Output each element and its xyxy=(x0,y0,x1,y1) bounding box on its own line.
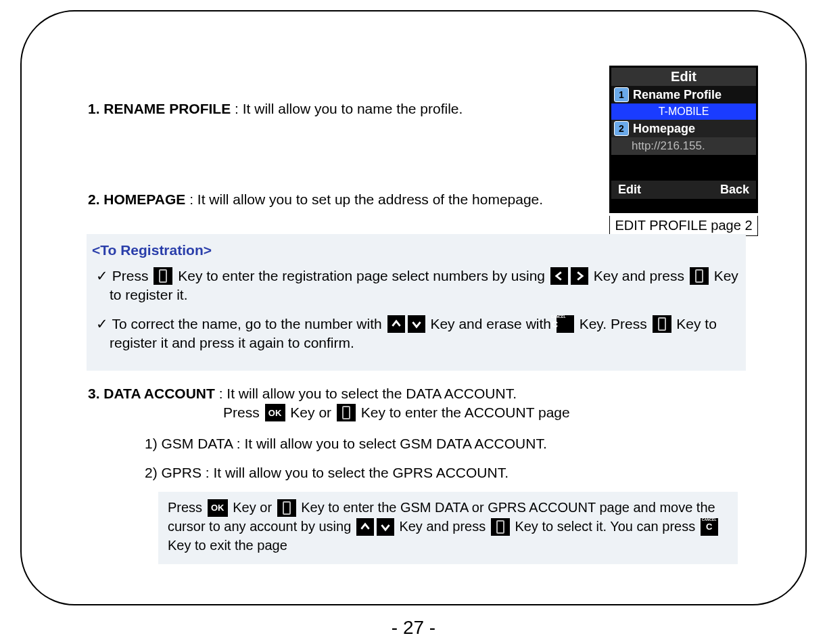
registration-box: <To Registration> Press Key to enter the… xyxy=(87,234,746,371)
up-arrow-key-icon xyxy=(387,315,405,333)
s3-sub-b: Key or xyxy=(290,405,335,420)
right-arrow-key-icon xyxy=(571,267,588,285)
reg1-text-c: Key and press xyxy=(594,268,684,283)
reg1-text-a: Press xyxy=(112,268,149,283)
registration-step-1: Press Key to enter the registration page… xyxy=(96,267,740,305)
phone-title: Edit xyxy=(611,68,756,86)
sub-gsm-data: 1) GSM DATA : It will allow you to selec… xyxy=(145,434,745,453)
cancel-key-icon: CANCELC xyxy=(701,518,718,536)
s3-sub-c: Key to enter the ACCOUNT page xyxy=(361,405,570,420)
section-3-heading: 3. DATA ACCOUNT xyxy=(88,386,215,401)
softkey-icon xyxy=(491,518,510,536)
left-arrow-key-icon xyxy=(550,267,568,285)
ok-key-icon: OK xyxy=(265,404,285,421)
ok-key-icon: OK xyxy=(208,499,228,517)
page-body: 1. RENAME PROFILE : It will allow you to… xyxy=(88,99,745,564)
softkey-icon xyxy=(653,315,671,333)
sub-gprs: 2) GPRS : It will allow you to select th… xyxy=(145,463,745,482)
note-f: Key to exit the page xyxy=(168,538,287,553)
note-e: Key to select it. You can press xyxy=(515,519,695,534)
page-number: - 27 - xyxy=(0,617,827,639)
note-b: Key or xyxy=(233,500,275,515)
data-account-subitems: 1) GSM DATA : It will allow you to selec… xyxy=(145,434,745,564)
reg2-text-c: Key. Press xyxy=(580,316,647,331)
down-arrow-key-icon xyxy=(408,315,425,333)
note-a: Press xyxy=(168,500,202,515)
reg2-text-a: To correct the name, go to the number wi… xyxy=(112,316,381,331)
softkey-icon xyxy=(690,267,709,285)
section-1-heading: 1. RENAME PROFILE xyxy=(88,101,231,116)
reg1-text-b: Key to enter the registration page selec… xyxy=(178,268,545,283)
registration-step-2: To correct the name, go to the number wi… xyxy=(96,315,740,353)
reg2-text-b: Key and erase with xyxy=(430,316,551,331)
section-rename-profile: 1. RENAME PROFILE : It will allow you to… xyxy=(88,99,595,118)
softkey-icon xyxy=(153,267,172,285)
up-arrow-key-icon xyxy=(356,518,374,536)
softkey-icon xyxy=(337,404,356,421)
note-d: Key and press xyxy=(399,519,489,534)
section-3-subline: Press OK Key or Key to enter the ACCOUNT… xyxy=(223,403,696,422)
section-3-text: : It will allow you to select the DATA A… xyxy=(215,386,517,401)
down-arrow-key-icon xyxy=(377,518,394,536)
registration-title: <To Registration> xyxy=(92,241,740,260)
section-2-heading: 2. HOMEPAGE xyxy=(88,191,185,207)
section-2-text: : It will allow you to set up the addres… xyxy=(185,191,543,207)
s3-sub-a: Press xyxy=(223,405,264,420)
data-account-note: Press OK Key or Key to enter the GSM DAT… xyxy=(158,492,738,564)
cancel-key-icon: CANCELC xyxy=(557,315,574,333)
section-data-account: 3. DATA ACCOUNT : It will allow you to s… xyxy=(88,384,745,564)
section-homepage: 2. HOMEPAGE : It will allow you to set u… xyxy=(88,190,622,209)
page-frame: Edit 1 Rename Profile T-MOBILE 2 Homepag… xyxy=(20,10,807,605)
softkey-icon xyxy=(277,499,296,517)
section-1-text: : It will allow you to name the profile. xyxy=(231,101,463,116)
